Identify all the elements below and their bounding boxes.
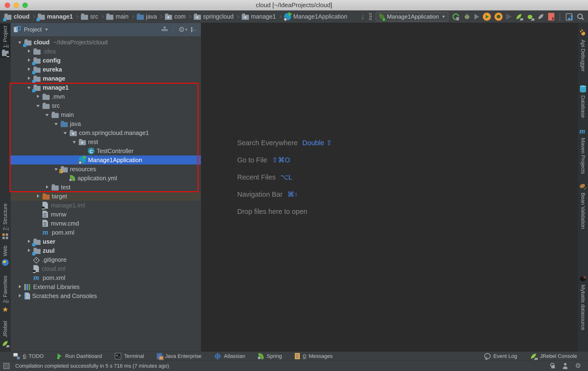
- tree-row[interactable]: cloud~/IdeaProjects/cloud: [10, 38, 201, 47]
- settings-gear-icon[interactable]: [575, 363, 581, 369]
- tree-row[interactable]: target: [10, 192, 201, 201]
- breadcrumb-item[interactable]: Manage1Application: [284, 13, 347, 20]
- breadcrumb-item[interactable]: manage1: [242, 13, 276, 20]
- tree-row[interactable]: External Libraries: [10, 282, 201, 291]
- shortcut-text: Double ⇧: [302, 139, 332, 147]
- toolwindow-tab-jrebel[interactable]: JRebel: [0, 319, 10, 349]
- chevron-down-icon[interactable]: [45, 29, 48, 31]
- debug-icon[interactable]: [463, 13, 471, 20]
- tree-chevron-expanded-icon[interactable]: [34, 101, 42, 110]
- tree-row[interactable]: src: [10, 101, 201, 110]
- profile-debug-icon[interactable]: [494, 13, 503, 21]
- toolwindow-tab-bean-validation[interactable]: Bean Validation: [578, 182, 588, 231]
- toolwindow-tab-maven-projects[interactable]: Maven Projects: [578, 126, 588, 176]
- breadcrumb-item[interactable]: main: [106, 13, 128, 20]
- toolwindow-tab-structure[interactable]: 7: Structure: [0, 201, 10, 241]
- window-controls: [5, 3, 28, 8]
- toolwindow-tab-label: Web: [2, 246, 8, 256]
- tree-row[interactable]: .gitignore: [10, 255, 201, 264]
- tree-chevron-collapsed-icon[interactable]: [43, 183, 52, 192]
- tree-row[interactable]: manage1: [10, 83, 201, 92]
- tree-chevron-collapsed-icon[interactable]: [25, 47, 33, 56]
- tree-row[interactable]: com.springcloud.manage1: [10, 128, 201, 137]
- tree-row[interactable]: test: [10, 183, 201, 192]
- titlebar: cloud [~/IdeaProjects/cloud]: [0, 0, 588, 10]
- hector-inspection-icon[interactable]: [562, 363, 568, 369]
- toolwindow-tab-favorites[interactable]: 2: Favorites: [0, 274, 10, 315]
- collapse-all-icon[interactable]: [161, 26, 168, 33]
- tree-chevron-collapsed-icon[interactable]: [34, 92, 42, 101]
- hide-panel-icon[interactable]: [190, 26, 198, 33]
- zoom-button[interactable]: [22, 3, 28, 8]
- toolwindow-tab-label: Mybatis datasource: [580, 285, 586, 330]
- iml-file-icon: [33, 265, 40, 272]
- tree-row[interactable]: user: [10, 237, 201, 246]
- tree-row[interactable]: mvnw.cmd: [10, 219, 201, 228]
- tree-row[interactable]: Manage1Application: [10, 155, 201, 164]
- tree-row[interactable]: application.yml: [10, 174, 201, 183]
- tree-chevron-collapsed-icon[interactable]: [16, 291, 24, 301]
- tree-row[interactable]: resources: [10, 164, 201, 174]
- toolwindow-tab-mybatis-datasource[interactable]: Mybatis datasource: [578, 274, 588, 332]
- breadcrumb-item[interactable]: com: [165, 13, 185, 20]
- todo-badge-icon[interactable]: 6: [548, 13, 554, 20]
- toolwindow-tab-web[interactable]: Web: [0, 244, 10, 268]
- toolwindow-button-event-log[interactable]: Event Log: [484, 353, 517, 360]
- breadcrumb-item[interactable]: manage1: [38, 13, 73, 20]
- tree-row[interactable]: cloud.iml: [10, 264, 201, 273]
- toolwindow-button-atlassian[interactable]: Atlassian: [214, 353, 245, 360]
- tree-chevron-collapsed-icon[interactable]: [34, 192, 42, 201]
- tree-row[interactable]: java: [10, 119, 201, 128]
- breadcrumb-separator-icon: [131, 15, 134, 18]
- tree-chevron-expanded-icon[interactable]: [62, 128, 70, 137]
- tree-row[interactable]: Scratches and Consoles: [10, 291, 201, 301]
- tree-row[interactable]: mvnw: [10, 210, 201, 219]
- jrebel-debug-icon[interactable]: [526, 13, 534, 20]
- breadcrumb-item[interactable]: java: [137, 13, 157, 20]
- toolwindow-button-run-dashboard[interactable]: Run Dashboard: [57, 353, 102, 360]
- breadcrumb-item[interactable]: src: [81, 13, 98, 20]
- tree-row[interactable]: TestController: [10, 146, 201, 155]
- toolwindow-toggle-icon[interactable]: [3, 363, 10, 369]
- tree-chevron-expanded-icon[interactable]: [43, 110, 52, 119]
- toolwindow-button-todo[interactable]: 6: TODO: [13, 353, 44, 360]
- breadcrumb-item[interactable]: cloud: [4, 13, 30, 20]
- toolwindow-tab-api-debugger[interactable]: Api Debugger: [578, 28, 588, 74]
- tree-row[interactable]: config: [10, 56, 201, 65]
- run-icon[interactable]: [452, 13, 460, 20]
- tree-row[interactable]: eureka: [10, 65, 201, 74]
- toolwindow-tab-project[interactable]: 1: Project: [0, 24, 10, 58]
- restore-layout-icon[interactable]: [565, 13, 573, 20]
- tree-row[interactable]: pom.xml: [10, 273, 201, 282]
- tree-row[interactable]: rest: [10, 137, 201, 146]
- tree-chevron-expanded-icon[interactable]: [52, 119, 61, 128]
- search-icon[interactable]: [577, 13, 584, 20]
- toolwindow-button-messages[interactable]: 0: Messages: [295, 353, 333, 360]
- tree-row[interactable]: manage: [10, 74, 201, 83]
- tree-row[interactable]: main: [10, 110, 201, 119]
- toolwindow-button-java-enterprise[interactable]: Java Enterprise: [157, 353, 201, 360]
- run-configuration-select[interactable]: Manage1Application: [376, 12, 449, 21]
- tree-chevron-empty: [34, 210, 42, 219]
- jrebel-run-icon[interactable]: [515, 13, 523, 20]
- tree-row[interactable]: zuul: [10, 246, 201, 255]
- gear-icon[interactable]: [178, 26, 185, 33]
- project-panel-title[interactable]: Project: [24, 26, 42, 33]
- tree-chevron-collapsed-icon[interactable]: [16, 282, 24, 291]
- profile-run-icon[interactable]: [483, 13, 491, 21]
- toolwindow-button-terminal[interactable]: Terminal: [115, 353, 144, 360]
- editor-area[interactable]: Search EverywhereDouble ⇧Go to File⇧⌘ORe…: [201, 23, 578, 351]
- breadcrumb-item[interactable]: springcloud: [194, 13, 234, 20]
- tree-chevron-expanded-icon[interactable]: [71, 137, 79, 146]
- tree-row[interactable]: .idea: [10, 47, 201, 56]
- tree-row[interactable]: .mvn: [10, 92, 201, 101]
- toolwindow-button-spring[interactable]: Spring: [258, 353, 282, 360]
- binary-changes-icon[interactable]: [361, 12, 372, 21]
- minimize-button[interactable]: [14, 3, 19, 8]
- tree-row[interactable]: pom.xml: [10, 228, 201, 237]
- close-button[interactable]: [5, 3, 10, 8]
- tree-row[interactable]: manage1.iml: [10, 201, 201, 210]
- toolwindow-button-jrebel-console[interactable]: JRebel Console: [530, 353, 577, 360]
- unlock-icon[interactable]: [550, 363, 556, 369]
- toolwindow-tab-database[interactable]: Database: [578, 84, 588, 120]
